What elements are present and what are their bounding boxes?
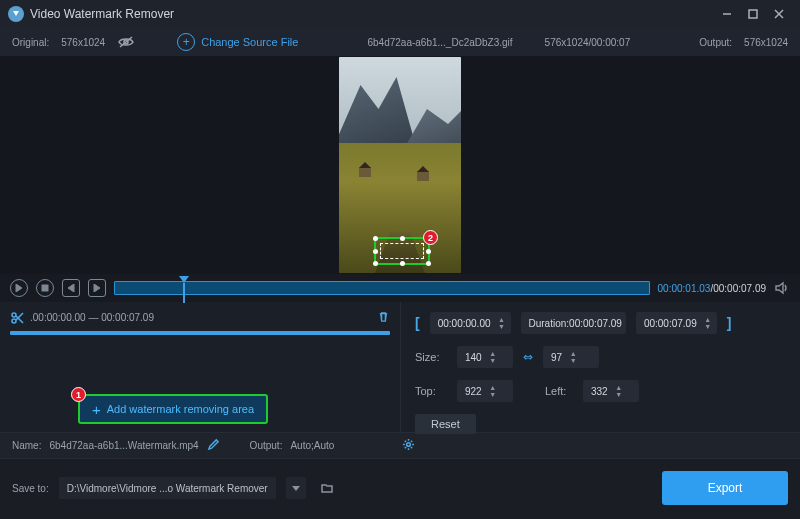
name-value: 6b4d72aa-a6b1...Watermark.mp4	[49, 440, 198, 451]
preview-area[interactable]: 2	[0, 56, 800, 274]
left-label: Left:	[545, 385, 573, 397]
height-stepper[interactable]: ▲▼	[568, 350, 578, 364]
titlebar: Video Watermark Remover	[0, 0, 800, 28]
bracket-right-icon[interactable]: ]	[727, 315, 732, 331]
watermark-selection[interactable]: 2	[374, 237, 430, 265]
left-stepper[interactable]: ▲▼	[614, 384, 624, 398]
output-value: 576x1024	[744, 37, 788, 48]
scrubber-handle[interactable]	[179, 276, 189, 283]
svg-point-14	[407, 443, 411, 447]
close-button[interactable]	[766, 4, 792, 24]
svg-marker-15	[292, 486, 300, 491]
original-value: 576x1024	[61, 37, 105, 48]
segment-range: .00:00:00.00 — 00:00:07.09	[30, 312, 154, 323]
source-meta: 576x1024/00:00:07	[545, 37, 631, 48]
frame-back-button[interactable]	[62, 279, 80, 297]
stop-button[interactable]	[36, 279, 54, 297]
time-row: [ 00:00:00.00 ▲▼ Duration:00:00:07.09 00…	[415, 312, 786, 334]
playback-bar: 00:00:01.03/00:00:07.09	[0, 274, 800, 302]
delete-segment-button[interactable]	[377, 310, 390, 325]
width-field[interactable]: 140 ▲▼	[457, 346, 513, 368]
open-folder-icon[interactable]	[316, 477, 338, 499]
link-aspect-icon[interactable]: ⇔	[523, 350, 533, 364]
scrubber[interactable]	[114, 281, 650, 295]
change-source-button[interactable]: + Change Source File	[177, 33, 298, 51]
reset-button[interactable]: Reset	[415, 414, 476, 434]
start-stepper[interactable]: ▲▼	[497, 316, 507, 330]
svg-marker-9	[94, 284, 100, 292]
maximize-button[interactable]	[740, 4, 766, 24]
step-badge-2: 2	[423, 230, 438, 245]
size-row: Size: 140 ▲▼ ⇔ 97 ▲▼	[415, 346, 786, 368]
name-label: Name:	[12, 440, 41, 451]
preview-toggle-icon[interactable]	[117, 33, 135, 51]
app-title: Video Watermark Remover	[30, 7, 174, 21]
original-label: Original:	[12, 37, 49, 48]
svg-point-10	[12, 313, 16, 317]
top-field[interactable]: 922 ▲▼	[457, 380, 513, 402]
svg-point-11	[12, 319, 16, 323]
output-spec-value: Auto;Auto	[290, 440, 334, 451]
video-frame: 2	[339, 57, 461, 273]
minimize-button[interactable]	[714, 4, 740, 24]
left-field[interactable]: 332 ▲▼	[583, 380, 639, 402]
save-bar: Save to: D:\Vidmore\Vidmore ...o Waterma…	[0, 458, 800, 517]
segments-panel: .00:00:00.00 — 00:00:07.09 1 + Add water…	[0, 302, 400, 432]
bracket-left-icon[interactable]: [	[415, 315, 420, 331]
step-badge-1: 1	[71, 387, 86, 402]
height-field[interactable]: 97 ▲▼	[543, 346, 599, 368]
volume-icon[interactable]	[774, 280, 790, 296]
frame-forward-button[interactable]	[88, 279, 106, 297]
app-logo	[8, 6, 24, 22]
output-spec-label: Output:	[250, 440, 283, 451]
segment-header: .00:00:00.00 — 00:00:07.09	[10, 310, 390, 325]
properties-panel: [ 00:00:00.00 ▲▼ Duration:00:00:07.09 00…	[400, 302, 800, 432]
end-stepper[interactable]: ▲▼	[703, 316, 713, 330]
time-display: 00:00:01.03/00:00:07.09	[658, 283, 766, 294]
segment-track[interactable]	[10, 331, 390, 335]
end-time-field[interactable]: 00:00:07.09 ▲▼	[636, 312, 717, 334]
play-button[interactable]	[10, 279, 28, 297]
top-label: Top:	[415, 385, 447, 397]
output-info-bar: Name: 6b4d72aa-a6b1...Watermark.mp4 Outp…	[0, 432, 800, 458]
add-watermark-label: Add watermark removing area	[107, 403, 254, 415]
plus-circle-icon: +	[177, 33, 195, 51]
position-row: Top: 922 ▲▼ Left: 332 ▲▼	[415, 380, 786, 402]
svg-rect-1	[749, 10, 757, 18]
duration-field[interactable]: Duration:00:00:07.09	[521, 312, 626, 334]
output-settings-icon[interactable]	[402, 438, 415, 453]
svg-marker-8	[68, 284, 74, 292]
svg-rect-7	[42, 285, 48, 291]
plus-icon: +	[92, 402, 101, 417]
change-source-label: Change Source File	[201, 36, 298, 48]
svg-marker-6	[16, 284, 22, 292]
rename-icon[interactable]	[207, 438, 220, 453]
lower-panel: .00:00:00.00 — 00:00:07.09 1 + Add water…	[0, 302, 800, 432]
cut-icon[interactable]	[10, 311, 24, 325]
export-button[interactable]: Export	[662, 471, 788, 505]
path-dropdown[interactable]	[286, 477, 306, 499]
save-to-label: Save to:	[12, 483, 49, 494]
top-stepper[interactable]: ▲▼	[488, 384, 498, 398]
start-time-field[interactable]: 00:00:00.00 ▲▼	[430, 312, 511, 334]
source-filename: 6b4d72aa-a6b1..._Dc2aDbZ3.gif	[367, 37, 512, 48]
size-label: Size:	[415, 351, 447, 363]
output-label: Output:	[699, 37, 732, 48]
width-stepper[interactable]: ▲▼	[488, 350, 498, 364]
source-info-bar: Original: 576x1024 + Change Source File …	[0, 28, 800, 56]
save-path-field[interactable]: D:\Vidmore\Vidmore ...o Watermark Remove…	[59, 477, 276, 499]
add-watermark-area-button[interactable]: 1 + Add watermark removing area	[78, 394, 268, 424]
